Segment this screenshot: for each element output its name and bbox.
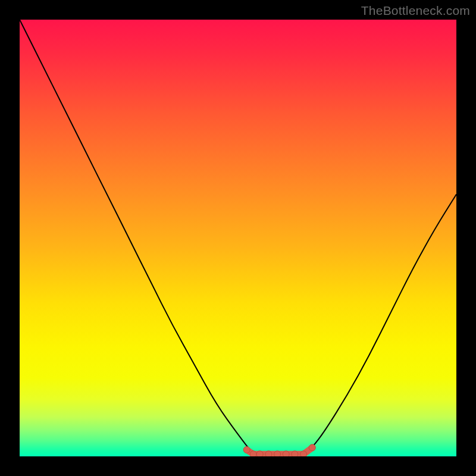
min-region-marker	[250, 451, 256, 456]
min-region-marker	[283, 451, 289, 456]
min-region-marker	[243, 447, 250, 453]
bottleneck-curve	[20, 20, 456, 454]
min-region-markers	[243, 444, 315, 456]
chart-frame: TheBottleneck.com	[0, 0, 476, 476]
bottleneck-curve-layer	[20, 20, 456, 456]
min-region-marker	[300, 451, 307, 456]
min-region-marker	[256, 451, 263, 456]
plot-area	[20, 20, 456, 456]
min-region-marker	[292, 451, 298, 456]
min-region-marker	[274, 451, 281, 456]
min-region-marker	[309, 444, 315, 451]
min-region-marker	[265, 451, 272, 456]
watermark-text: TheBottleneck.com	[361, 4, 470, 18]
